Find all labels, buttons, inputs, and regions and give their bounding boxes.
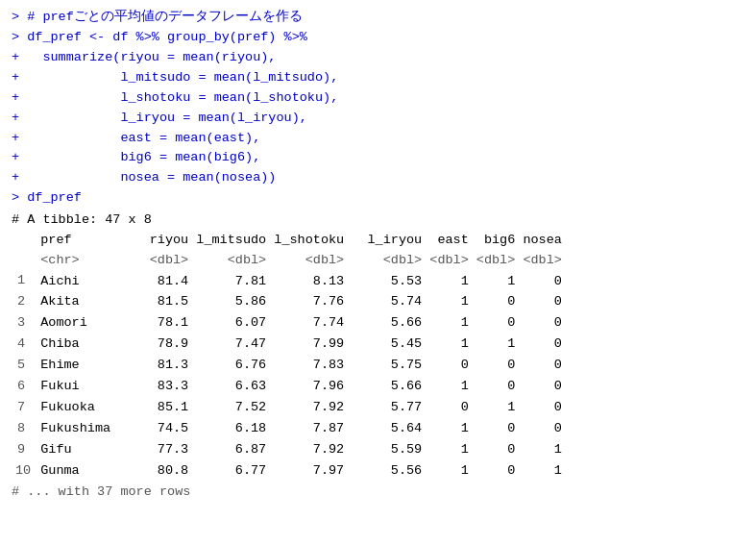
tibble-info: # A tibble: 47 x 8 bbox=[12, 211, 744, 231]
column-header: l_mitsudo bbox=[192, 231, 270, 251]
table-row: 3Aomori78.16.077.745.66100 bbox=[12, 313, 566, 334]
cell-riyou: 77.3 bbox=[114, 440, 192, 461]
code-text: l_shotoku = mean(l_shotoku), bbox=[27, 88, 338, 109]
code-text: l_mitsudo = mean(l_mitsudo), bbox=[27, 68, 338, 88]
table-row: 6Fukui83.36.637.965.66100 bbox=[12, 377, 566, 398]
column-header: big6 bbox=[473, 231, 520, 251]
cell-nosea: 0 bbox=[519, 313, 566, 334]
table-type-row: <chr><dbl><dbl><dbl><dbl><dbl><dbl><dbl> bbox=[12, 251, 566, 271]
code-line: + l_iryou = mean(l_iryou), bbox=[12, 109, 744, 129]
row-number: 4 bbox=[12, 334, 29, 355]
cell-nosea: 1 bbox=[519, 461, 566, 483]
code-line: > # prefごとの平均値のデータフレームを作る bbox=[12, 8, 744, 28]
code-text: east = mean(east), bbox=[27, 129, 260, 149]
cell-pref: Gunma bbox=[37, 461, 114, 483]
cell-l_iryou: 5.64 bbox=[348, 419, 426, 440]
code-text: df_pref <- df %>% group_by(pref) %>% bbox=[27, 28, 307, 48]
cell-pref: Gifu bbox=[37, 440, 114, 461]
cell-big6: 0 bbox=[473, 292, 520, 313]
cell-east: 1 bbox=[426, 334, 473, 356]
column-type: <chr> bbox=[37, 251, 114, 271]
column-header: east bbox=[426, 231, 473, 251]
cell-nosea: 1 bbox=[519, 440, 566, 461]
cell-big6: 0 bbox=[473, 313, 520, 334]
cell-l_iryou: 5.56 bbox=[348, 461, 426, 483]
cell-riyou: 81.3 bbox=[114, 356, 192, 377]
cell-l_shotoku: 7.97 bbox=[270, 461, 348, 483]
code-line: + big6 = mean(big6), bbox=[12, 148, 744, 168]
code-lines: > # prefごとの平均値のデータフレームを作る> df_pref <- df… bbox=[12, 8, 744, 209]
cell-east: 1 bbox=[426, 461, 473, 483]
table-row: 10Gunma80.86.777.975.56101 bbox=[12, 461, 566, 483]
row-num-type bbox=[12, 251, 37, 271]
row-number: 3 bbox=[12, 313, 29, 334]
prompt: + bbox=[12, 129, 27, 149]
code-text: big6 = mean(big6), bbox=[27, 148, 260, 168]
code-line: > df_pref bbox=[12, 188, 744, 209]
cell-east: 1 bbox=[426, 271, 473, 292]
column-header: l_iryou bbox=[348, 231, 426, 251]
cell-big6: 1 bbox=[473, 398, 520, 419]
column-type: <dbl> bbox=[426, 251, 473, 271]
column-header: nosea bbox=[519, 231, 566, 251]
cell-l_iryou: 5.45 bbox=[348, 334, 426, 356]
cell-l_iryou: 5.77 bbox=[348, 398, 426, 419]
column-type: <dbl> bbox=[348, 251, 426, 271]
cell-pref: Aichi bbox=[37, 271, 114, 292]
code-text: summarize(riyou = mean(riyou), bbox=[27, 48, 276, 68]
column-type: <dbl> bbox=[270, 251, 348, 271]
cell-east: 1 bbox=[426, 292, 473, 313]
cell-l_mitsudo: 5.86 bbox=[192, 292, 270, 313]
cell-nosea: 0 bbox=[519, 377, 566, 398]
code-line: + nosea = mean(nosea)) bbox=[12, 168, 744, 188]
cell-l_iryou: 5.74 bbox=[348, 292, 426, 313]
column-type: <dbl> bbox=[519, 251, 566, 271]
code-line: + l_mitsudo = mean(l_mitsudo), bbox=[12, 68, 744, 88]
cell-l_shotoku: 7.96 bbox=[270, 377, 348, 398]
cell-l_mitsudo: 6.18 bbox=[192, 419, 270, 440]
table-row: 1Aichi81.47.818.135.53110 bbox=[12, 271, 566, 292]
cell-riyou: 78.1 bbox=[114, 313, 192, 334]
cell-pref: Fukuoka bbox=[37, 398, 114, 419]
table-row: 2Akita81.55.867.765.74100 bbox=[12, 292, 566, 313]
column-type: <dbl> bbox=[114, 251, 192, 271]
cell-nosea: 0 bbox=[519, 271, 566, 292]
prompt: + bbox=[12, 109, 27, 129]
row-num-header bbox=[12, 231, 37, 251]
cell-east: 1 bbox=[426, 440, 473, 461]
code-block: > # prefごとの平均値のデータフレームを作る> df_pref <- df… bbox=[12, 8, 744, 502]
code-text: df_pref bbox=[27, 188, 82, 209]
column-header: riyou bbox=[114, 231, 192, 251]
cell-l_iryou: 5.59 bbox=[348, 440, 426, 461]
cell-l_mitsudo: 6.76 bbox=[192, 356, 270, 377]
cell-l_shotoku: 7.92 bbox=[270, 440, 348, 461]
column-type: <dbl> bbox=[473, 251, 520, 271]
row-number: 1 bbox=[12, 271, 29, 291]
cell-pref: Chiba bbox=[37, 334, 114, 356]
cell-nosea: 0 bbox=[519, 356, 566, 377]
code-line: + east = mean(east), bbox=[12, 129, 744, 149]
cell-big6: 0 bbox=[473, 461, 520, 483]
prompt: + bbox=[12, 88, 27, 109]
cell-l_mitsudo: 6.77 bbox=[192, 461, 270, 483]
table-row: 4Chiba78.97.477.995.45110 bbox=[12, 334, 566, 356]
data-table: prefriyoul_mitsudol_shotokul_iryoueastbi… bbox=[12, 231, 566, 482]
table-body: 1Aichi81.47.818.135.531102Akita81.55.867… bbox=[12, 271, 566, 483]
code-text: l_iryou = mean(l_iryou), bbox=[27, 109, 307, 129]
cell-big6: 0 bbox=[473, 440, 520, 461]
cell-l_shotoku: 7.83 bbox=[270, 356, 348, 377]
output-section: # A tibble: 47 x 8 prefriyoul_mitsudol_s… bbox=[12, 211, 744, 502]
code-text: nosea = mean(nosea)) bbox=[27, 168, 276, 188]
cell-riyou: 78.9 bbox=[114, 334, 192, 356]
cell-riyou: 74.5 bbox=[114, 419, 192, 440]
column-header: pref bbox=[37, 231, 114, 251]
cell-l_shotoku: 8.13 bbox=[270, 271, 348, 292]
cell-l_mitsudo: 6.87 bbox=[192, 440, 270, 461]
code-text: # prefごとの平均値のデータフレームを作る bbox=[27, 8, 303, 28]
cell-pref: Fukui bbox=[37, 377, 114, 398]
table-row: 9Gifu77.36.877.925.59101 bbox=[12, 440, 566, 461]
cell-l_mitsudo: 6.63 bbox=[192, 377, 270, 398]
row-number: 8 bbox=[12, 419, 29, 439]
code-line: + summarize(riyou = mean(riyou), bbox=[12, 48, 744, 68]
cell-riyou: 81.5 bbox=[114, 292, 192, 313]
